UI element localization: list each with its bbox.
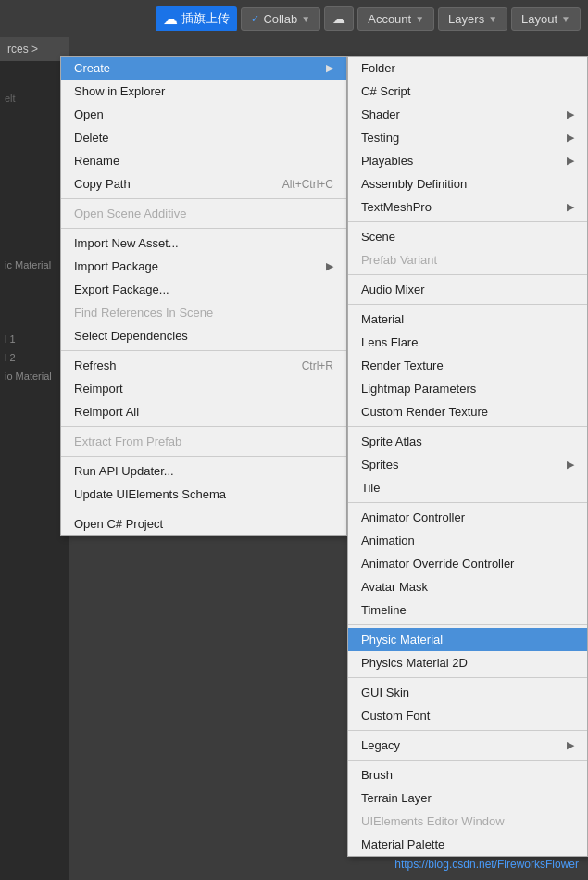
timeline-item[interactable]: Timeline [348, 598, 587, 622]
sep4 [61, 426, 346, 427]
rsep2 [348, 274, 587, 275]
sprites-label: Sprites [361, 458, 398, 471]
physics-material-2d-label: Physics Material 2D [361, 656, 468, 670]
import-package-arrow-icon: ▶ [326, 260, 333, 272]
playables-item[interactable]: Playables ▶ [348, 149, 587, 172]
resources-tab-label: rces > [7, 43, 38, 56]
legacy-item[interactable]: Legacy ▶ [348, 734, 587, 757]
audio-mixer-label: Audio Mixer [361, 283, 425, 296]
checkmark-icon: ✓ [251, 13, 259, 25]
run-api-updater-label: Run API Updater... [74, 464, 174, 478]
folder-label: Folder [361, 61, 395, 75]
animator-controller-item[interactable]: Animator Controller [348, 506, 587, 529]
custom-render-texture-label: Custom Render Texture [361, 405, 488, 419]
custom-font-item[interactable]: Custom Font [348, 704, 587, 727]
layout-button[interactable]: Layout ▼ [511, 7, 581, 31]
tile-item[interactable]: Tile [348, 476, 587, 499]
testing-arrow-icon: ▶ [567, 132, 574, 144]
terrain-layer-item[interactable]: Terrain Layer [348, 786, 587, 810]
render-texture-item[interactable]: Render Texture [348, 354, 587, 377]
animation-item[interactable]: Animation [348, 529, 587, 552]
physic-material-item[interactable]: Physic Material [348, 628, 587, 651]
layers-button[interactable]: Layers ▼ [438, 7, 507, 31]
import-package-item[interactable]: Import Package ▶ [61, 255, 346, 278]
brush-item[interactable]: Brush [348, 763, 587, 786]
open-csharp-label: Open C# Project [74, 517, 163, 531]
rsep3 [348, 304, 587, 305]
resources-tab[interactable]: rces > [0, 37, 69, 61]
scene-item[interactable]: Scene [348, 225, 587, 248]
animation-label: Animation [361, 534, 415, 547]
baidu-cloud-button[interactable]: ☁ 插旗上传 [156, 6, 237, 31]
refresh-label: Refresh [74, 358, 117, 372]
sprite-atlas-label: Sprite Atlas [361, 434, 422, 448]
shader-label: Shader [361, 107, 400, 121]
find-references-item: Find References In Scene [61, 301, 346, 324]
delete-item[interactable]: Delete [61, 126, 346, 149]
account-button[interactable]: Account ▼ [357, 7, 434, 31]
reimport-all-label: Reimport All [74, 405, 139, 419]
lightmap-parameters-item[interactable]: Lightmap Parameters [348, 377, 587, 400]
sep6 [61, 509, 346, 509]
account-arrow-icon: ▼ [415, 14, 424, 24]
testing-item[interactable]: Testing ▶ [348, 126, 587, 149]
shader-item[interactable]: Shader ▶ [348, 103, 587, 126]
bg-ic-material-label: ic Material [5, 259, 51, 270]
csharp-script-item[interactable]: C# Script [348, 80, 587, 103]
refresh-item[interactable]: Refresh Ctrl+R [61, 354, 346, 377]
playables-label: Playables [361, 154, 413, 168]
show-in-explorer-item[interactable]: Show in Explorer [61, 80, 346, 103]
render-texture-label: Render Texture [361, 358, 444, 372]
uielements-editor-window-item: UIElements Editor Window [348, 810, 587, 833]
copy-path-label: Copy Path [74, 177, 131, 191]
custom-render-texture-item[interactable]: Custom Render Texture [348, 400, 587, 423]
extract-from-prefab-label: Extract From Prefab [74, 434, 181, 448]
collab-arrow-icon: ▼ [301, 14, 310, 24]
bg-elt-label: elt [5, 93, 16, 104]
rename-item[interactable]: Rename [61, 149, 346, 172]
export-package-item[interactable]: Export Package... [61, 278, 346, 301]
gui-skin-item[interactable]: GUI Skin [348, 681, 587, 704]
reimport-item[interactable]: Reimport [61, 377, 346, 400]
run-api-updater-item[interactable]: Run API Updater... [61, 459, 346, 483]
baidu-label: 插旗上传 [181, 10, 230, 27]
assembly-definition-label: Assembly Definition [361, 177, 467, 191]
create-menu-item[interactable]: Create ▶ [61, 57, 346, 80]
animator-override-controller-item[interactable]: Animator Override Controller [348, 552, 587, 575]
reimport-all-item[interactable]: Reimport All [61, 400, 346, 423]
textmeshpro-item[interactable]: TextMeshPro ▶ [348, 195, 587, 219]
textmeshpro-arrow-icon: ▶ [567, 201, 574, 213]
csharp-script-label: C# Script [361, 84, 410, 98]
import-new-asset-item[interactable]: Import New Asset... [61, 232, 346, 255]
audio-mixer-item[interactable]: Audio Mixer [348, 278, 587, 301]
physic-material-label: Physic Material [361, 633, 443, 647]
sprites-item[interactable]: Sprites ▶ [348, 453, 587, 476]
sep1 [61, 198, 346, 199]
open-item[interactable]: Open [61, 103, 346, 126]
sprite-atlas-item[interactable]: Sprite Atlas [348, 430, 587, 453]
collab-button[interactable]: ✓ Collab ▼ [241, 7, 320, 31]
context-menu-right: Folder C# Script Shader ▶ Testing ▶ Play… [347, 56, 588, 857]
physics-material-2d-item[interactable]: Physics Material 2D [348, 651, 587, 674]
assembly-definition-item[interactable]: Assembly Definition [348, 172, 587, 195]
timeline-label: Timeline [361, 603, 407, 617]
open-csharp-item[interactable]: Open C# Project [61, 512, 346, 535]
baidu-icon: ☁ [163, 10, 178, 28]
select-dependencies-item[interactable]: Select Dependencies [61, 324, 346, 347]
bg-l1-label: l 1 [5, 333, 16, 345]
lens-flare-item[interactable]: Lens Flare [348, 331, 587, 354]
bg-l2-label: l 2 [5, 352, 16, 363]
material-item[interactable]: Material [348, 308, 587, 331]
folder-item[interactable]: Folder [348, 57, 587, 80]
cloud-button[interactable]: ☁ [324, 6, 354, 31]
update-uielements-item[interactable]: Update UIElements Schema [61, 483, 346, 506]
legacy-arrow-icon: ▶ [567, 739, 574, 751]
material-palette-item[interactable]: Material Palette [348, 833, 587, 856]
create-arrow-icon: ▶ [326, 62, 333, 74]
open-label: Open [74, 107, 104, 121]
avatar-mask-item[interactable]: Avatar Mask [348, 575, 587, 598]
copy-path-item[interactable]: Copy Path Alt+Ctrl+C [61, 172, 346, 195]
prefab-variant-item: Prefab Variant [348, 248, 587, 271]
footer-link[interactable]: https://blog.csdn.net/FireworksFlower [394, 858, 579, 871]
custom-font-label: Custom Font [361, 709, 430, 723]
